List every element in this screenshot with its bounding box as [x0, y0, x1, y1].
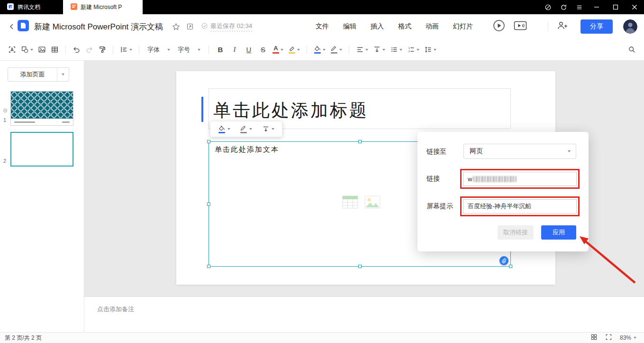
saved-check-icon — [201, 22, 208, 31]
apply-button[interactable]: 应用 — [541, 225, 576, 240]
star-icon[interactable] — [170, 20, 182, 33]
app-logo[interactable]: 腾讯文档 — [0, 3, 47, 12]
insert-table-button[interactable] — [48, 43, 61, 57]
text-align-button[interactable] — [354, 43, 371, 57]
format-painter-button[interactable] — [96, 43, 109, 57]
mini-fill-color-button[interactable] — [216, 124, 232, 134]
play-slideshow-icon[interactable] — [493, 19, 505, 34]
arrange-align-button[interactable] — [118, 43, 135, 57]
bold-button[interactable]: B — [213, 43, 227, 57]
hyperlink-dialog: 链接至 网页 链接 w 屏幕提示 百度经验-神舟半年沉船 取消链接 应用 — [417, 132, 589, 251]
find-replace-button[interactable] — [626, 43, 638, 57]
fill-color-button[interactable] — [311, 43, 328, 57]
statusbar-controls: 83% — [590, 334, 639, 342]
add-page-button[interactable]: 添加页面 — [8, 67, 69, 82]
grid-view-icon[interactable] — [590, 334, 598, 342]
menu-slideshow[interactable]: 幻灯片 — [453, 22, 473, 31]
redo-button[interactable] — [83, 43, 96, 57]
slide-title-placeholder[interactable]: 单击此处添加标题 — [213, 99, 369, 122]
insert-table-placeholder-icon[interactable] — [342, 195, 358, 211]
add-page-caret[interactable] — [57, 74, 69, 75]
maximize-button[interactable] — [606, 0, 625, 14]
menu-file[interactable]: 文件 — [316, 22, 329, 31]
italic-button[interactable]: I — [227, 43, 242, 57]
insert-image-placeholder-icon[interactable] — [364, 195, 381, 211]
bullet-list-button[interactable] — [388, 43, 405, 57]
selection-handle[interactable] — [358, 140, 362, 143]
save-status[interactable]: 最近保存 02:34 — [201, 22, 252, 31]
mini-border-color-button[interactable] — [238, 124, 254, 134]
menu-icon[interactable] — [571, 0, 587, 14]
line-spacing-button[interactable] — [422, 43, 439, 57]
vertical-align-button[interactable] — [371, 43, 388, 57]
font-family-dropdown[interactable]: 字体 — [144, 43, 174, 57]
back-button[interactable] — [7, 20, 17, 33]
svg-text:1: 1 — [408, 46, 410, 49]
link-url-input[interactable]: w — [463, 172, 577, 186]
share-button[interactable]: 分享 — [581, 19, 613, 34]
underline-button[interactable]: U — [242, 43, 256, 57]
mini-fill-color-bar — [218, 132, 225, 133]
document-tab[interactable]: 新建 Microsoft P — [63, 0, 143, 14]
slide-panel: 添加页面 1 2 — [0, 61, 84, 332]
screen-tip-input[interactable]: 百度经验-神舟半年沉船 — [463, 199, 577, 213]
selection-handle[interactable] — [207, 203, 210, 206]
page-indicator: 第 2 页/共 2 页 — [5, 334, 42, 342]
present-mode-icon[interactable] — [514, 20, 527, 33]
underline-label: U — [244, 46, 254, 54]
strikethrough-button[interactable]: S — [256, 43, 270, 57]
menu-animation[interactable]: 动画 — [426, 22, 439, 31]
menu-edit[interactable]: 编辑 — [343, 22, 356, 31]
titlebar: 腾讯文档 新建 Microsoft P — [0, 0, 644, 14]
close-button[interactable] — [625, 0, 644, 14]
font-color-button[interactable]: A — [270, 43, 286, 57]
add-collaborator-icon[interactable] — [557, 21, 568, 32]
undo-button[interactable] — [70, 43, 83, 57]
link-to-label: 链接至 — [426, 148, 446, 156]
user-avatar[interactable] — [623, 19, 637, 34]
mini-align-button[interactable] — [260, 124, 276, 134]
zoom-control[interactable]: 83% — [620, 334, 636, 341]
chevron-down-icon — [399, 49, 402, 51]
numbered-list-button[interactable]: 12 — [405, 43, 422, 57]
toolbar-separator — [65, 46, 66, 54]
header: 新建 Microsoft PowerPoint 演示文稿 最近保存 02:34 … — [0, 14, 644, 39]
slide-1-artwork — [11, 92, 73, 119]
insert-shape-button[interactable] — [18, 43, 36, 57]
shortcut-icon[interactable] — [184, 20, 196, 33]
screen-tip-label: 屏幕提示 — [426, 202, 453, 211]
font-color-letter: A — [273, 46, 278, 51]
insert-textbox-button[interactable] — [6, 43, 18, 57]
add-page-label: 添加页面 — [8, 70, 57, 79]
notes-area[interactable]: 点击添加备注 — [84, 297, 644, 332]
selection-handle[interactable] — [207, 140, 210, 143]
slide-thumbnail-1[interactable] — [10, 91, 73, 126]
selection-handle[interactable] — [207, 265, 210, 268]
document-title[interactable]: 新建 Microsoft PowerPoint 演示文稿 — [34, 21, 163, 32]
toolbar-separator — [307, 46, 307, 54]
chevron-down-icon — [365, 49, 368, 51]
do-not-disturb-icon[interactable] — [540, 0, 556, 14]
refresh-icon[interactable] — [556, 0, 571, 14]
hyperlink-badge[interactable] — [499, 256, 508, 265]
link-label: 链接 — [426, 175, 440, 183]
slide-thumbnail-2-selected[interactable] — [10, 132, 73, 167]
selection-handle[interactable] — [509, 265, 512, 268]
bold-label: B — [216, 46, 225, 54]
cancel-link-button[interactable]: 取消链接 — [498, 225, 534, 240]
selection-handle[interactable] — [358, 265, 362, 268]
font-size-dropdown[interactable]: 字号 — [174, 43, 204, 57]
link-type-select[interactable]: 网页 — [463, 144, 576, 159]
menu-format[interactable]: 格式 — [398, 22, 411, 31]
insert-image-button[interactable] — [36, 43, 48, 57]
app-name: 腾讯文档 — [18, 3, 40, 11]
chevron-down-icon — [227, 128, 230, 130]
slide-body-placeholder[interactable]: 单击此处添加文本 — [215, 145, 279, 154]
highlight-color-button[interactable] — [286, 43, 302, 57]
slide-1-number: 1 — [3, 117, 6, 123]
chevron-down-icon — [417, 49, 419, 51]
minimize-button[interactable] — [587, 0, 606, 14]
border-color-button[interactable] — [328, 43, 345, 57]
fit-window-icon[interactable] — [605, 334, 612, 342]
menu-insert[interactable]: 插入 — [371, 22, 384, 31]
